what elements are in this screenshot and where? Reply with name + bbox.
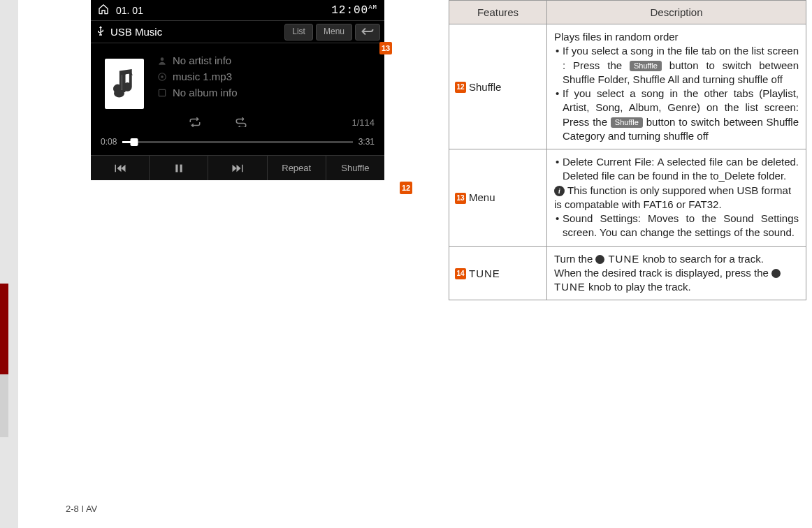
badge-14: 14 (455, 268, 466, 279)
desc-shuffle: Plays files in random order If you selec… (547, 24, 806, 149)
mode-icons (189, 117, 247, 129)
ss-date: 01. 01 (116, 5, 143, 16)
knob-icon (771, 269, 781, 278)
repeat-button[interactable]: Repeat (268, 156, 326, 180)
menu-button[interactable]: Menu (316, 24, 352, 41)
svg-rect-6 (115, 164, 116, 172)
ss-title: USB Music (110, 26, 162, 38)
pause-button[interactable] (150, 156, 208, 180)
total-time: 3:31 (358, 137, 375, 147)
side-accent-grey (0, 374, 8, 437)
svg-rect-7 (175, 164, 177, 172)
svg-rect-1 (122, 71, 126, 92)
next-button[interactable] (208, 156, 267, 180)
info-icon: i (554, 186, 565, 196)
artist-info: No artist info (173, 54, 231, 66)
ss-topbar: 01. 01 12:00AM (91, 0, 384, 21)
track-info: No artist info music 1.mp3 No album info (157, 54, 238, 103)
svg-point-4 (161, 75, 163, 77)
svg-point-2 (161, 57, 164, 61)
usb-icon (95, 25, 106, 38)
row-tune: 14 TUNE Turn the TUNE knob to search for… (449, 246, 806, 300)
badge-13: 13 (455, 193, 466, 204)
track-icon (157, 72, 167, 82)
progress-bar[interactable] (122, 141, 352, 143)
shuffle-pill: Shuffle (630, 61, 662, 71)
desc-menu: Delete Current File: A selected file can… (547, 149, 806, 247)
label-menu: Menu (469, 191, 495, 205)
ss-main: No artist info music 1.mp3 No album info (91, 43, 384, 155)
knob-icon (595, 255, 604, 264)
elapsed-time: 0:08 (101, 137, 117, 147)
usb-music-screenshot: 01. 01 12:00AM USB Music List Menu (91, 0, 384, 180)
th-description: Description (547, 1, 806, 24)
row-menu: 13 Menu Delete Current File: A selected … (449, 149, 806, 247)
shuffle-lead: Plays files in random order (554, 30, 799, 44)
ss-time: 12:00AM (331, 4, 377, 17)
features-table: Features Description 12 Shuffle Plays fi… (449, 0, 806, 300)
svg-rect-5 (159, 89, 165, 96)
loop-icon (235, 117, 247, 129)
desc-tune: Turn the TUNE knob to search for a track… (547, 246, 806, 300)
album-art-icon (105, 59, 144, 109)
th-features: Features (449, 1, 547, 24)
back-button[interactable] (355, 24, 380, 41)
progress-row: 0:08 3:31 (101, 137, 375, 147)
ss-header: USB Music List Menu (91, 21, 384, 43)
track-name: music 1.mp3 (173, 71, 232, 82)
repeat-icon (189, 117, 201, 129)
side-accent-red (0, 284, 8, 374)
page-number: 2-8 I AV (66, 504, 97, 514)
shuffle-pill: Shuffle (611, 117, 643, 128)
left-margin (0, 0, 18, 528)
track-count: 1/114 (351, 117, 375, 128)
prev-button[interactable] (91, 156, 150, 180)
callout-12: 12 (400, 182, 412, 194)
callout-13: 13 (379, 42, 392, 54)
svg-rect-9 (242, 164, 243, 172)
label-shuffle: Shuffle (469, 80, 501, 94)
ss-bottom-bar: Repeat Shuffle (91, 155, 384, 180)
home-icon (98, 3, 109, 17)
badge-12: 12 (455, 82, 466, 93)
list-button[interactable]: List (284, 24, 313, 41)
artist-icon (157, 56, 167, 66)
album-icon (157, 88, 167, 98)
album-info: No album info (173, 87, 238, 98)
label-tune: TUNE (469, 267, 500, 281)
svg-rect-8 (180, 164, 182, 172)
row-shuffle: 12 Shuffle Plays files in random order I… (449, 24, 806, 149)
shuffle-button[interactable]: Shuffle (326, 156, 384, 180)
